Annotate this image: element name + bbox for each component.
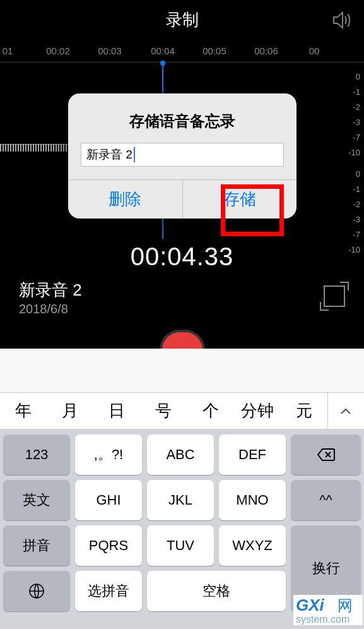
db-scale-top: 0-1-2-3-7-10	[348, 69, 360, 160]
timeline-ruler	[0, 62, 364, 67]
speaker-icon[interactable]	[331, 11, 353, 32]
backspace-key[interactable]	[291, 434, 361, 475]
timeline[interactable]: 01 00:02 00:03 00:04 00:05 00:06 00	[0, 39, 364, 62]
key-mno[interactable]: MNO	[219, 480, 286, 520]
time-tick: 00:05	[203, 45, 226, 56]
expand-candidates-icon[interactable]	[327, 393, 364, 429]
space-key[interactable]: 空格	[147, 571, 286, 611]
candidate[interactable]: 个	[187, 400, 234, 422]
candidate[interactable]: 分钟	[234, 400, 281, 422]
key-ghi[interactable]: GHI	[75, 480, 142, 520]
key-123[interactable]: 123	[3, 434, 70, 475]
candidate[interactable]: 元	[281, 400, 327, 422]
key-pqrs[interactable]: PQRS	[75, 525, 142, 566]
time-tick: 00:04	[151, 45, 175, 56]
elapsed-time: 00:04.33	[0, 243, 364, 271]
key-punct[interactable]: ,。?!	[75, 434, 142, 475]
svg-text:GXi: GXi	[296, 596, 325, 614]
save-dialog: 存储语音备忘录 新录音 2 删除 存储	[68, 93, 296, 219]
candidate[interactable]: 号	[140, 400, 187, 422]
waveform	[0, 144, 69, 167]
candidate[interactable]: 年	[0, 400, 47, 422]
svg-text:网: 网	[338, 597, 353, 614]
candidate[interactable]: 月	[47, 400, 93, 422]
key-english[interactable]: 英文	[3, 480, 70, 520]
globe-key[interactable]	[3, 571, 70, 611]
trim-icon[interactable]	[324, 285, 345, 307]
key-pinyin-mode[interactable]: 拼音	[3, 525, 70, 566]
select-pinyin-key[interactable]: 选拼音	[75, 571, 142, 611]
input-value: 新录音 2	[86, 147, 132, 163]
svg-text:system.com: system.com	[296, 614, 349, 625]
text-cursor	[134, 147, 135, 162]
dialog-title: 存储语音备忘录	[68, 93, 296, 143]
candidate-spacer	[0, 349, 364, 393]
recording-name-input[interactable]: 新录音 2	[81, 143, 284, 167]
time-tick: 01	[3, 45, 13, 56]
recording-name: 新录音 2	[19, 279, 82, 301]
candidate-bar: 年 月 日 号 个 分钟 元	[0, 393, 364, 429]
key-abc[interactable]: ABC	[147, 434, 214, 475]
key-def[interactable]: DEF	[219, 434, 286, 475]
watermark: GXi 网 system.com	[293, 595, 363, 628]
save-button[interactable]: 存储	[182, 180, 297, 219]
time-tick: 00	[309, 45, 320, 56]
keyboard: 年 月 日 号 个 分钟 元 123 ,。?! ABC DEF 英文 GHI J…	[0, 349, 364, 629]
record-button[interactable]	[160, 330, 205, 350]
candidate[interactable]: 日	[93, 400, 140, 422]
page-title: 录制	[166, 9, 199, 31]
key-tuv[interactable]: TUV	[147, 525, 214, 566]
time-tick: 00:02	[46, 45, 70, 56]
delete-button[interactable]: 删除	[68, 180, 182, 219]
time-tick: 00:03	[98, 45, 122, 56]
recording-date: 2018/6/8	[19, 302, 68, 316]
key-caret[interactable]: ^^	[291, 480, 361, 520]
key-wxyz[interactable]: WXYZ	[219, 525, 286, 566]
key-jkl[interactable]: JKL	[147, 480, 214, 520]
time-tick: 00:06	[254, 45, 278, 56]
